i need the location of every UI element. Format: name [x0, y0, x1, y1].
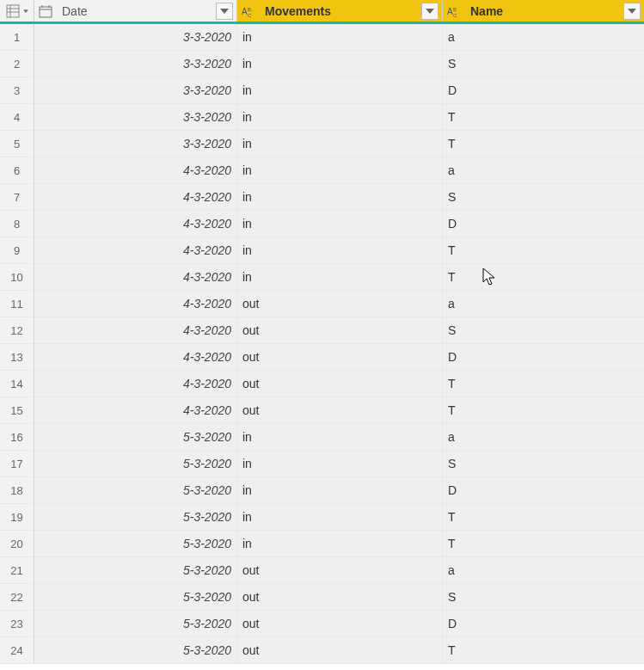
cell-date[interactable]: 5-3-2020 — [34, 557, 237, 583]
cell-name[interactable]: T — [443, 397, 644, 423]
cell-name[interactable]: a — [443, 291, 644, 317]
row-number[interactable]: 17 — [0, 451, 34, 476]
cell-movements[interactable]: in — [237, 131, 443, 157]
row-number[interactable]: 1 — [0, 24, 34, 50]
table-row[interactable]: 114-3-2020outa — [0, 291, 644, 317]
cell-date[interactable]: 5-3-2020 — [34, 504, 237, 530]
table-row[interactable]: 64-3-2020ina — [0, 157, 644, 184]
table-row[interactable]: 104-3-2020inT — [0, 264, 644, 291]
row-number[interactable]: 15 — [0, 397, 34, 423]
table-row[interactable]: 33-3-2020inD — [0, 77, 644, 104]
column-header-movements[interactable]: ABC Movements — [237, 0, 443, 22]
cell-name[interactable]: D — [443, 344, 644, 370]
table-row[interactable]: 195-3-2020inT — [0, 504, 644, 531]
cell-name[interactable]: T — [443, 637, 644, 663]
cell-movements[interactable]: out — [237, 584, 443, 610]
cell-name[interactable]: S — [443, 584, 644, 610]
row-number[interactable]: 5 — [0, 131, 34, 157]
cell-movements[interactable]: in — [237, 77, 443, 103]
cell-name[interactable]: D — [443, 77, 644, 103]
filter-button-name[interactable] — [623, 3, 641, 20]
cell-movements[interactable]: in — [237, 504, 443, 530]
cell-name[interactable]: T — [443, 237, 644, 263]
cell-date[interactable]: 4-3-2020 — [34, 184, 237, 210]
row-number[interactable]: 8 — [0, 211, 34, 237]
row-number[interactable]: 24 — [0, 637, 34, 663]
cell-date[interactable]: 5-3-2020 — [34, 477, 237, 503]
cell-date[interactable]: 4-3-2020 — [34, 317, 237, 343]
cell-movements[interactable]: out — [237, 611, 443, 636]
table-row[interactable]: 165-3-2020ina — [0, 424, 644, 451]
cell-movements[interactable]: out — [237, 291, 443, 317]
column-header-date[interactable]: Date — [34, 0, 237, 22]
row-number[interactable]: 22 — [0, 584, 34, 610]
row-number[interactable]: 11 — [0, 291, 34, 317]
cell-name[interactable]: S — [443, 451, 644, 476]
row-number[interactable]: 10 — [0, 264, 34, 290]
table-row[interactable]: 144-3-2020outT — [0, 371, 644, 397]
cell-date[interactable]: 5-3-2020 — [34, 531, 237, 556]
row-number[interactable]: 3 — [0, 77, 34, 103]
cell-name[interactable]: S — [443, 317, 644, 343]
row-number[interactable]: 9 — [0, 237, 34, 263]
row-number[interactable]: 2 — [0, 51, 34, 77]
cell-movements[interactable]: out — [237, 397, 443, 423]
cell-movements[interactable]: out — [237, 344, 443, 370]
table-row[interactable]: 23-3-2020inS — [0, 51, 644, 77]
cell-date[interactable]: 4-3-2020 — [34, 397, 237, 423]
row-number[interactable]: 6 — [0, 157, 34, 183]
cell-date[interactable]: 3-3-2020 — [34, 24, 237, 50]
table-row[interactable]: 43-3-2020inT — [0, 104, 644, 131]
cell-movements[interactable]: in — [237, 477, 443, 503]
row-number[interactable]: 19 — [0, 504, 34, 530]
cell-date[interactable]: 3-3-2020 — [34, 77, 237, 103]
cell-date[interactable]: 4-3-2020 — [34, 211, 237, 237]
table-row[interactable]: 53-3-2020inT — [0, 131, 644, 157]
row-number[interactable]: 23 — [0, 611, 34, 636]
table-row[interactable]: 185-3-2020inD — [0, 477, 644, 504]
cell-movements[interactable]: out — [237, 317, 443, 343]
table-row[interactable]: 205-3-2020inT — [0, 531, 644, 557]
cell-date[interactable]: 4-3-2020 — [34, 237, 237, 263]
cell-movements[interactable]: in — [237, 157, 443, 183]
cell-movements[interactable]: in — [237, 51, 443, 77]
cell-name[interactable]: D — [443, 211, 644, 237]
cell-movements[interactable]: out — [237, 371, 443, 396]
filter-button-movements[interactable] — [421, 3, 439, 20]
cell-date[interactable]: 4-3-2020 — [34, 371, 237, 396]
cell-name[interactable]: a — [443, 424, 644, 450]
table-row[interactable]: 124-3-2020outS — [0, 317, 644, 344]
row-number[interactable]: 12 — [0, 317, 34, 343]
cell-date[interactable]: 5-3-2020 — [34, 424, 237, 450]
row-number[interactable]: 14 — [0, 371, 34, 396]
cell-movements[interactable]: in — [237, 184, 443, 210]
cell-date[interactable]: 3-3-2020 — [34, 104, 237, 130]
cell-movements[interactable]: in — [237, 237, 443, 263]
cell-date[interactable]: 5-3-2020 — [34, 451, 237, 476]
table-row[interactable]: 13-3-2020ina — [0, 24, 644, 51]
cell-date[interactable]: 4-3-2020 — [34, 344, 237, 370]
cell-name[interactable]: T — [443, 104, 644, 130]
table-row[interactable]: 84-3-2020inD — [0, 211, 644, 237]
cell-name[interactable]: T — [443, 264, 644, 290]
row-number[interactable]: 4 — [0, 104, 34, 130]
cell-movements[interactable]: in — [237, 424, 443, 450]
cell-name[interactable]: S — [443, 51, 644, 77]
cell-name[interactable]: a — [443, 157, 644, 183]
cell-movements[interactable]: out — [237, 637, 443, 663]
table-row[interactable]: 215-3-2020outa — [0, 557, 644, 584]
cell-name[interactable]: T — [443, 531, 644, 556]
cell-name[interactable]: T — [443, 371, 644, 396]
cell-name[interactable]: S — [443, 184, 644, 210]
row-number[interactable]: 18 — [0, 477, 34, 503]
cell-date[interactable]: 5-3-2020 — [34, 611, 237, 636]
cell-name[interactable]: a — [443, 557, 644, 583]
cell-date[interactable]: 4-3-2020 — [34, 157, 237, 183]
row-number[interactable]: 16 — [0, 424, 34, 450]
cell-movements[interactable]: in — [237, 24, 443, 50]
table-row[interactable]: 134-3-2020outD — [0, 344, 644, 371]
cell-date[interactable]: 4-3-2020 — [34, 264, 237, 290]
cell-date[interactable]: 4-3-2020 — [34, 291, 237, 317]
table-row[interactable]: 235-3-2020outD — [0, 611, 644, 637]
cell-name[interactable]: T — [443, 131, 644, 157]
